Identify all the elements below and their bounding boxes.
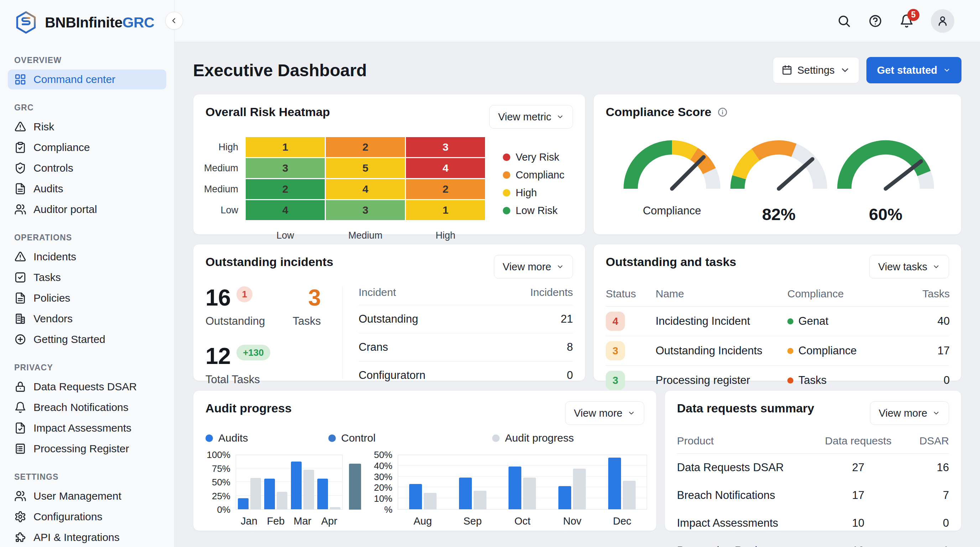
file-lines-icon [14,292,26,304]
audit-chart-right: %10%20%30%40%50%AugSepOctNovDec [368,455,647,527]
card-title: Compliance Score [606,105,728,119]
bar-audits [509,466,521,509]
table-row[interactable]: Breach Notifications177 [677,482,949,509]
user-avatar[interactable] [931,9,955,33]
get-started-button[interactable]: Get statuted [866,57,961,83]
heatmap-cell: 4 [406,158,485,178]
sidebar-item-user-management[interactable]: User Management [8,486,166,506]
bar-group [236,455,263,509]
sidebar-section-label: OVERVIEW [14,56,166,65]
compliance-gauge: 60% [832,133,939,224]
stat-tasks: 3 Tasks [293,286,321,328]
building-icon [14,313,26,325]
search-icon[interactable] [837,14,851,28]
y-axis-label: % [368,504,393,515]
sidebar-item-label: User Management [33,490,121,502]
chevron-down-icon [627,409,635,417]
task-name: Processing register [655,374,788,387]
brand-logo: BNBInfiniteGRC [0,0,174,34]
dsar-count: 16 [903,461,949,474]
data-requests-summary-card: Data requests summary View more Product … [665,390,961,531]
sidebar-item-configurations[interactable]: Configurations [8,507,166,527]
legend-label: High [515,187,537,199]
data-requests-count: 27 [814,461,903,474]
bar-audit-progress [304,470,314,509]
bar-audit-progress [573,469,586,509]
view-more-button[interactable]: View more [870,401,949,425]
compliance-label: Tasks [799,374,827,387]
table-row[interactable]: Outstanding21 [359,305,573,333]
sidebar-item-auditor-portal[interactable]: Auditor portal [8,199,166,219]
heatmap-col-label: High [406,221,485,241]
table-row[interactable]: Configuratorn0 [359,361,573,389]
view-tasks-button[interactable]: View tasks [869,255,949,278]
table-row[interactable]: 4Incidesting IncidentGenat40 [606,307,949,336]
table-row[interactable]: Crans8 [359,333,573,361]
sidebar-section-label: PRIVACY [14,363,166,372]
sidebar-item-api-integrations[interactable]: API & Integrations [8,528,166,547]
bar-audits [264,479,275,509]
gauge-arc [619,133,725,195]
bar-audits [459,477,472,509]
sidebar-item-processing-register[interactable]: Processing Register [8,439,166,459]
notification-badge: 5 [907,9,920,21]
tasks-count: 40 [905,315,950,328]
stat-value: 16 [205,286,231,309]
outstanding-and-tasks-card: Outstanding and tasks View tasks Status … [593,244,961,381]
sidebar-item-risk[interactable]: Risk [8,117,166,137]
sidebar-item-label: Impact Assessments [33,422,131,434]
settings-button[interactable]: Settings [773,57,859,83]
view-more-button[interactable]: View more [494,255,573,278]
sidebar-item-data-requests-dsar[interactable]: Data Requests DSAR [8,377,166,397]
sidebar-item-impact-assessments[interactable]: Impact Assessments [8,418,166,438]
legend-item: Control [328,432,492,444]
sidebar-item-label: Controls [33,162,73,174]
sidebar-collapse-button[interactable] [165,12,183,30]
bar-group [597,455,647,509]
gauge-label: 60% [832,204,939,224]
sidebar-item-getting-started[interactable]: Getting Started [8,329,166,349]
y-axis-label: 50% [368,449,393,460]
sidebar-item-label: Auditor portal [33,204,97,215]
sidebar-item-label: Vendors [33,313,73,325]
table-row[interactable]: Processing Register101 [677,537,949,547]
warning-icon [14,121,26,133]
tasks-count: 0 [905,374,950,387]
file-lines-icon [14,183,26,195]
sidebar-item-incidents[interactable]: Incidents [8,247,166,267]
incident-count: 8 [567,341,573,354]
chevron-down-icon [556,263,564,271]
x-axis-label: Feb [262,515,289,527]
compliance-gauge: Compliance [619,133,725,224]
legend-item: Audits [205,432,328,444]
sidebar-item-tasks[interactable]: Tasks [8,267,166,288]
table-row[interactable]: Impact Assessments100 [677,509,949,537]
bar-group [316,455,342,509]
table-row[interactable]: 3Outstanding IncidentsCompliance17 [606,336,949,366]
sidebar-item-compliance[interactable]: Compliance [8,137,166,157]
dsar-count: 1 [903,544,949,547]
view-metric-button[interactable]: View metric [489,105,573,129]
table-row[interactable]: Data Requests DSAR2716 [677,454,949,482]
calendar-icon [782,65,792,75]
sidebar-item-policies[interactable]: Policies [8,288,166,308]
legend-dot [503,154,510,161]
topbar: 5 [175,0,980,42]
sidebar-item-audits[interactable]: Audits [8,179,166,199]
column-header: Incidents [530,286,573,299]
column-header: Incident [359,286,396,299]
view-more-button[interactable]: View more [565,401,644,425]
stat-badge: 1 [237,286,253,302]
sidebar-item-breach-notifications[interactable]: Breach Notifications [8,398,166,417]
help-icon[interactable] [868,14,883,28]
incident-count: 0 [567,369,573,382]
sidebar-item-label: Incidents [33,251,76,263]
info-icon[interactable] [717,107,728,118]
gear-icon [14,511,26,523]
sidebar-item-command-center[interactable]: Command center [8,70,166,89]
bar-group [448,455,498,509]
notifications-button[interactable]: 5 [899,14,914,28]
sidebar-item-vendors[interactable]: Vendors [8,309,166,329]
heatmap-cell: 1 [406,200,485,220]
sidebar-item-controls[interactable]: Controls [8,158,166,178]
